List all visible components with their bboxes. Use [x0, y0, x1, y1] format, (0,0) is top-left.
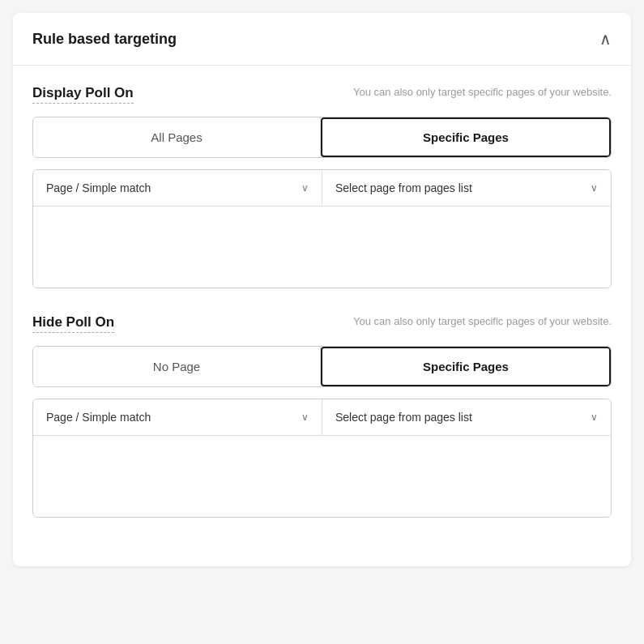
rule-based-targeting-card: Rule based targeting ∧ Display Poll On Y…: [13, 13, 631, 566]
display-section-hint: You can also only target specific pages …: [353, 85, 612, 100]
card-body: Display Poll On You can also only target…: [13, 66, 631, 566]
display-section-title: Display Poll On: [32, 85, 134, 104]
hide-section-title: Hide Poll On: [32, 314, 114, 333]
hide-specific-pages-button[interactable]: Specific Pages: [321, 347, 611, 386]
hide-filter-text-area[interactable]: [33, 436, 611, 517]
hide-pages-select[interactable]: Select page from pages list ∨: [322, 399, 611, 435]
display-pages-label: Select page from pages list: [335, 181, 472, 194]
hide-toggle-group: No Page Specific Pages: [32, 346, 612, 387]
display-filter-text-area[interactable]: [33, 207, 611, 288]
collapse-icon[interactable]: ∧: [599, 29, 612, 49]
hide-section-header: Hide Poll On You can also only target sp…: [32, 314, 612, 333]
display-match-chevron-icon: ∨: [301, 182, 309, 194]
display-toggle-group: All Pages Specific Pages: [32, 117, 612, 158]
display-filter-row: Page / Simple match ∨ Select page from p…: [33, 170, 611, 207]
display-poll-section: Display Poll On You can also only target…: [32, 85, 612, 288]
display-all-pages-button[interactable]: All Pages: [33, 117, 321, 157]
hide-match-select[interactable]: Page / Simple match ∨: [33, 399, 322, 435]
display-pages-select[interactable]: Select page from pages list ∨: [322, 170, 611, 206]
display-section-header: Display Poll On You can also only target…: [32, 85, 612, 104]
display-match-label: Page / Simple match: [46, 181, 151, 194]
display-filter-box: Page / Simple match ∨ Select page from p…: [32, 169, 612, 288]
hide-match-label: Page / Simple match: [46, 411, 151, 424]
hide-filter-row: Page / Simple match ∨ Select page from p…: [33, 399, 611, 436]
display-pages-chevron-icon: ∨: [591, 182, 598, 194]
hide-poll-section: Hide Poll On You can also only target sp…: [32, 314, 612, 518]
display-match-select[interactable]: Page / Simple match ∨: [33, 170, 322, 206]
hide-pages-chevron-icon: ∨: [591, 412, 598, 423]
hide-filter-box: Page / Simple match ∨ Select page from p…: [32, 399, 612, 518]
hide-no-page-button[interactable]: No Page: [33, 347, 321, 386]
card-header: Rule based targeting ∧: [13, 13, 631, 66]
display-specific-pages-button[interactable]: Specific Pages: [321, 117, 611, 157]
hide-section-hint: You can also only target specific pages …: [353, 314, 612, 329]
hide-match-chevron-icon: ∨: [301, 412, 309, 423]
card-title: Rule based targeting: [32, 31, 177, 48]
hide-pages-label: Select page from pages list: [335, 411, 472, 424]
